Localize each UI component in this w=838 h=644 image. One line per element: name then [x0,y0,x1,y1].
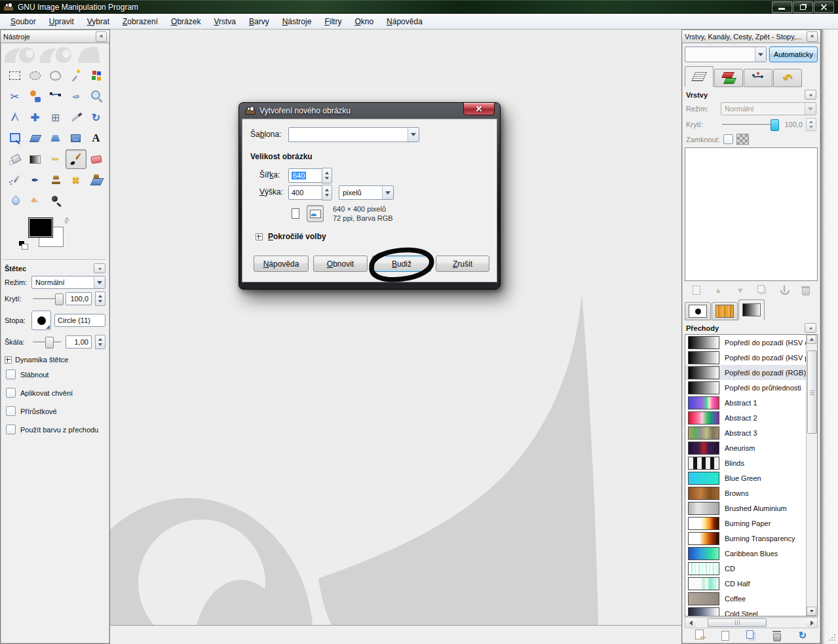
template-select[interactable] [288,127,419,142]
dock-close-icon[interactable]: ✕ [807,31,818,42]
height-spinner[interactable] [322,185,332,200]
close-button[interactable] [814,1,834,13]
vertical-scrollbar[interactable] [806,335,817,616]
panel-menu-icon[interactable]: ◂ [94,263,105,273]
panel-menu-icon[interactable]: ◂ [805,323,816,333]
gradient-item-cd[interactable]: CD [685,561,807,576]
scroll-down-icon[interactable] [807,607,816,616]
lower-layer-button[interactable] [733,284,748,297]
measure-tool[interactable] [5,107,26,127]
select-by-color-tool[interactable] [86,66,107,85]
gradient-item-coffee[interactable]: Coffee [685,591,807,606]
pencil-tool[interactable] [45,149,66,169]
ellipse-select-tool[interactable] [25,66,46,85]
landscape-orientation-button[interactable] [307,205,324,222]
menu-filtry[interactable]: Filtry [318,15,348,28]
gradient-item-aneurism[interactable]: Aneurism [685,440,807,455]
height-input[interactable]: 400 [288,185,322,200]
gradient-item-popredi-do-pruhlednosti[interactable]: Popředí do průhlednosti [685,380,807,395]
menu-soubor[interactable]: Soubor [4,15,43,28]
gradient-item-popredi-do-pozadi-hsv-proti-sr[interactable]: Popředí do pozadí (HSV proti sr [685,350,807,365]
gradient-item-popredi-do-pozadi-hsv-odstin-p[interactable]: Popředí do pozadí (HSV odstín p [685,335,807,350]
perspective-tool[interactable] [45,128,66,148]
text-tool[interactable] [86,128,107,148]
paths-tool[interactable] [45,86,66,106]
slabnout-checkbox[interactable] [6,369,16,379]
align-tool[interactable] [45,107,66,127]
patterns-tab[interactable] [712,302,738,320]
menu-zobrazeni[interactable]: Zobrazení [116,15,164,28]
gradient-item-brushed-aluminium[interactable]: Brushed Aluminium [685,501,807,516]
gradient-item-abstract-2[interactable]: Abstract 2 [685,410,807,425]
menu-okno[interactable]: Okno [348,15,380,28]
panel-menu-icon[interactable]: ◂ [805,90,816,100]
anchor-layer-button[interactable] [776,284,792,297]
opacity-spinner[interactable] [95,292,105,306]
layer-opacity-slider[interactable] [721,119,778,130]
blur-sharpen-tool[interactable] [5,191,26,211]
layer-opacity-spinner[interactable] [806,118,816,131]
perspective-clone-tool[interactable] [86,170,107,190]
refresh-gradients-button[interactable] [795,629,810,642]
rectangle-select-tool[interactable] [5,66,26,85]
menu-barvy[interactable]: Barvy [242,15,276,28]
scale-spinner[interactable] [95,335,105,349]
mode-select[interactable]: Normální [31,276,105,289]
foreground-color-swatch[interactable] [28,218,53,238]
brush-preview-button[interactable] [31,311,51,330]
move-tool[interactable] [25,107,46,127]
layer-mode-select[interactable]: Normální [721,102,816,115]
scroll-left-icon[interactable] [685,618,696,627]
lock-alpha-checkbox[interactable] [723,134,733,144]
unit-select[interactable]: pixelů [339,185,394,200]
blend-tool[interactable] [25,149,46,169]
smudge-tool[interactable] [25,191,46,211]
gradient-item-burning-paper[interactable]: Burning Paper [685,516,807,531]
free-select-tool[interactable] [45,66,66,85]
scale-value[interactable]: 1,00 [66,335,92,349]
fuzzy-select-tool[interactable] [66,66,86,85]
prirustkove-checkbox[interactable] [6,406,16,416]
ink-tool[interactable] [25,170,46,190]
swap-colors-icon[interactable]: ⇄ [62,216,72,226]
scissors-select-tool[interactable] [5,86,26,106]
gradient-item-caribbean-blues[interactable]: Caribbean Blues [685,546,807,561]
clone-tool[interactable] [45,170,66,190]
dialog-button-napoveda[interactable]: Nápověda [254,256,309,272]
dialog-button-obnovit[interactable]: Obnovit [313,256,368,272]
reset-colors-icon[interactable] [19,241,28,250]
new-gradient-button[interactable] [717,629,733,642]
toolbox-close-icon[interactable]: ✕ [96,31,107,42]
width-spinner[interactable] [322,168,332,183]
shear-tool[interactable] [25,128,46,148]
eraser-tool[interactable] [86,149,107,169]
foreground-select-tool[interactable] [25,86,46,106]
aplikovat-chveni-checkbox[interactable] [6,388,16,398]
auto-follow-button[interactable]: Automaticky [769,47,818,62]
menu-vybrat[interactable]: Vybrat [81,15,116,28]
scroll-right-icon[interactable] [807,618,817,627]
raise-layer-button[interactable] [710,284,726,297]
gradient-item-cd-half[interactable]: CD Half [685,576,807,591]
dialog-button-budiz[interactable]: Budiž [372,256,431,272]
bucket-fill-tool[interactable] [5,149,26,169]
brushes-tab[interactable] [685,302,711,320]
new-layer-button[interactable] [689,284,704,297]
portrait-orientation-button[interactable] [287,205,304,222]
menu-obrazek[interactable]: Obrázek [164,15,207,28]
menu-nastroje[interactable]: Nástroje [276,15,318,28]
rotate-tool[interactable] [86,107,107,127]
resize-grip[interactable] [828,633,835,641]
horizontal-scrollbar[interactable] [685,617,818,628]
delete-layer-button[interactable] [798,284,814,297]
expander-plus-icon[interactable] [256,233,263,240]
opacity-value[interactable]: 100,0 [66,292,92,305]
advanced-options-expander[interactable]: Pokročilé volby [256,232,326,241]
layers-tab[interactable] [685,66,714,87]
dodge-burn-tool[interactable] [45,191,66,211]
gradient-item-popredi-do-pozadi-rgb[interactable]: Popředí do pozadí (RGB) [685,365,807,380]
menu-napoveda[interactable]: Nápověda [380,15,429,28]
channels-tab[interactable] [714,69,743,87]
airbrush-tool[interactable] [5,170,26,190]
scroll-up-icon[interactable] [807,335,816,344]
